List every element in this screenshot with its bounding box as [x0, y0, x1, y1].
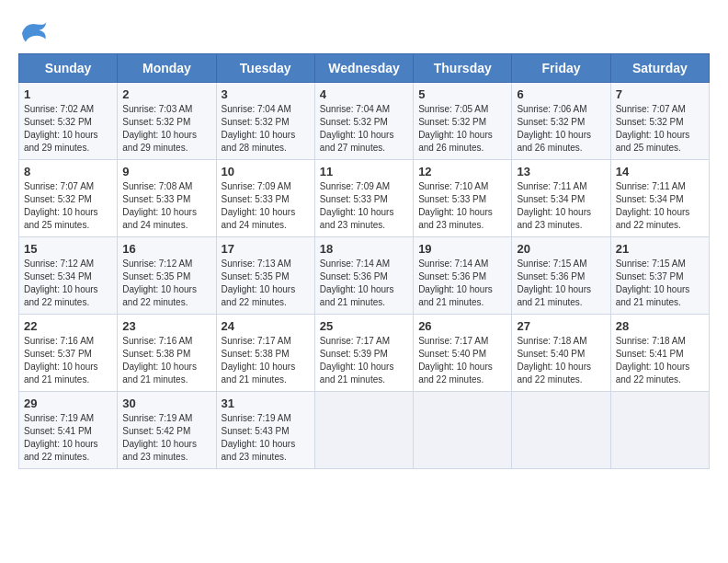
day-info: Sunrise: 7:04 AM Sunset: 5:32 PM Dayligh… — [222, 103, 310, 155]
day-number: 10 — [222, 165, 310, 178]
calendar-day-cell: 30Sunrise: 7:19 AM Sunset: 5:42 PM Dayli… — [118, 392, 216, 469]
day-info: Sunrise: 7:17 AM Sunset: 5:40 PM Dayligh… — [418, 335, 506, 386]
day-info: Sunrise: 7:07 AM Sunset: 5:32 PM Dayligh… — [616, 103, 704, 155]
day-info: Sunrise: 7:12 AM Sunset: 5:35 PM Dayligh… — [122, 258, 210, 309]
calendar-day-header: Monday — [118, 54, 216, 83]
calendar-week-row: 22Sunrise: 7:16 AM Sunset: 5:37 PM Dayli… — [19, 315, 710, 392]
calendar-day-cell: 22Sunrise: 7:16 AM Sunset: 5:37 PM Dayli… — [19, 315, 118, 392]
day-number: 2 — [122, 87, 210, 101]
day-info: Sunrise: 7:07 AM Sunset: 5:32 PM Dayligh… — [24, 180, 112, 232]
day-number: 15 — [24, 242, 112, 256]
calendar-day-cell: 14Sunrise: 7:11 AM Sunset: 5:34 PM Dayli… — [610, 160, 709, 237]
calendar-day-cell: 29Sunrise: 7:19 AM Sunset: 5:41 PM Dayli… — [19, 392, 118, 469]
day-number: 5 — [418, 87, 506, 101]
day-number: 19 — [418, 242, 506, 256]
day-number: 17 — [222, 242, 310, 256]
day-number: 20 — [517, 242, 605, 256]
day-info: Sunrise: 7:16 AM Sunset: 5:38 PM Dayligh… — [122, 335, 210, 386]
day-info: Sunrise: 7:04 AM Sunset: 5:32 PM Dayligh… — [320, 103, 408, 155]
day-info: Sunrise: 7:06 AM Sunset: 5:32 PM Dayligh… — [517, 103, 605, 155]
calendar-day-cell — [512, 392, 610, 469]
calendar-day-cell: 1Sunrise: 7:02 AM Sunset: 5:32 PM Daylig… — [19, 83, 118, 160]
day-number: 8 — [24, 165, 112, 178]
calendar-week-row: 8Sunrise: 7:07 AM Sunset: 5:32 PM Daylig… — [19, 160, 710, 237]
day-info: Sunrise: 7:08 AM Sunset: 5:33 PM Dayligh… — [122, 180, 210, 232]
day-info: Sunrise: 7:05 AM Sunset: 5:32 PM Dayligh… — [418, 103, 506, 155]
calendar-day-cell — [314, 392, 413, 469]
calendar-day-cell: 17Sunrise: 7:13 AM Sunset: 5:35 PM Dayli… — [216, 237, 314, 315]
day-number: 25 — [320, 319, 408, 333]
calendar-day-header: Friday — [512, 54, 610, 83]
day-number: 4 — [320, 87, 408, 101]
calendar-day-cell: 8Sunrise: 7:07 AM Sunset: 5:32 PM Daylig… — [19, 160, 118, 237]
day-info: Sunrise: 7:11 AM Sunset: 5:34 PM Dayligh… — [616, 180, 704, 232]
day-info: Sunrise: 7:19 AM Sunset: 5:42 PM Dayligh… — [122, 412, 210, 464]
day-info: Sunrise: 7:09 AM Sunset: 5:33 PM Dayligh… — [320, 180, 408, 232]
day-info: Sunrise: 7:18 AM Sunset: 5:41 PM Dayligh… — [616, 335, 704, 386]
day-info: Sunrise: 7:13 AM Sunset: 5:35 PM Dayligh… — [222, 258, 310, 309]
day-number: 6 — [517, 87, 605, 101]
calendar-day-cell: 11Sunrise: 7:09 AM Sunset: 5:33 PM Dayli… — [314, 160, 413, 237]
calendar-week-row: 1Sunrise: 7:02 AM Sunset: 5:32 PM Daylig… — [19, 83, 710, 160]
day-number: 3 — [222, 87, 310, 101]
calendar-day-cell: 15Sunrise: 7:12 AM Sunset: 5:34 PM Dayli… — [19, 237, 118, 315]
day-info: Sunrise: 7:02 AM Sunset: 5:32 PM Dayligh… — [24, 103, 112, 155]
logo-bird-icon — [18, 18, 48, 44]
calendar-day-cell: 12Sunrise: 7:10 AM Sunset: 5:33 PM Dayli… — [414, 160, 512, 237]
calendar-day-cell: 24Sunrise: 7:17 AM Sunset: 5:38 PM Dayli… — [216, 315, 314, 392]
calendar-day-cell — [414, 392, 512, 469]
calendar-day-cell: 13Sunrise: 7:11 AM Sunset: 5:34 PM Dayli… — [512, 160, 610, 237]
calendar-day-cell: 20Sunrise: 7:15 AM Sunset: 5:36 PM Dayli… — [512, 237, 610, 315]
calendar-day-cell: 19Sunrise: 7:14 AM Sunset: 5:36 PM Dayli… — [414, 237, 512, 315]
calendar-day-cell: 7Sunrise: 7:07 AM Sunset: 5:32 PM Daylig… — [610, 83, 709, 160]
calendar-week-row: 15Sunrise: 7:12 AM Sunset: 5:34 PM Dayli… — [19, 237, 710, 315]
day-number: 16 — [122, 242, 210, 256]
day-number: 1 — [24, 87, 112, 101]
day-info: Sunrise: 7:15 AM Sunset: 5:37 PM Dayligh… — [616, 258, 704, 309]
day-number: 24 — [222, 319, 310, 333]
day-info: Sunrise: 7:16 AM Sunset: 5:37 PM Dayligh… — [24, 335, 112, 386]
calendar-day-cell: 18Sunrise: 7:14 AM Sunset: 5:36 PM Dayli… — [314, 237, 413, 315]
day-number: 29 — [24, 396, 112, 410]
day-number: 23 — [122, 319, 210, 333]
day-info: Sunrise: 7:12 AM Sunset: 5:34 PM Dayligh… — [24, 258, 112, 309]
day-number: 7 — [616, 87, 704, 101]
day-number: 14 — [616, 165, 704, 178]
day-info: Sunrise: 7:10 AM Sunset: 5:33 PM Dayligh… — [418, 180, 506, 232]
calendar-day-header: Tuesday — [216, 54, 314, 83]
day-number: 18 — [320, 242, 408, 256]
calendar-day-cell: 5Sunrise: 7:05 AM Sunset: 5:32 PM Daylig… — [414, 83, 512, 160]
calendar-week-row: 29Sunrise: 7:19 AM Sunset: 5:41 PM Dayli… — [19, 392, 710, 469]
day-info: Sunrise: 7:15 AM Sunset: 5:36 PM Dayligh… — [517, 258, 605, 309]
day-info: Sunrise: 7:09 AM Sunset: 5:33 PM Dayligh… — [222, 180, 310, 232]
day-info: Sunrise: 7:17 AM Sunset: 5:39 PM Dayligh… — [320, 335, 408, 386]
calendar-day-cell: 27Sunrise: 7:18 AM Sunset: 5:40 PM Dayli… — [512, 315, 610, 392]
calendar-day-cell: 4Sunrise: 7:04 AM Sunset: 5:32 PM Daylig… — [314, 83, 413, 160]
day-number: 26 — [418, 319, 506, 333]
calendar-day-cell: 3Sunrise: 7:04 AM Sunset: 5:32 PM Daylig… — [216, 83, 314, 160]
day-number: 11 — [320, 165, 408, 178]
calendar-day-cell: 9Sunrise: 7:08 AM Sunset: 5:33 PM Daylig… — [118, 160, 216, 237]
calendar-day-cell: 21Sunrise: 7:15 AM Sunset: 5:37 PM Dayli… — [610, 237, 709, 315]
calendar-day-cell — [610, 392, 709, 469]
calendar-day-cell: 25Sunrise: 7:17 AM Sunset: 5:39 PM Dayli… — [314, 315, 413, 392]
calendar-day-cell: 6Sunrise: 7:06 AM Sunset: 5:32 PM Daylig… — [512, 83, 610, 160]
day-info: Sunrise: 7:03 AM Sunset: 5:32 PM Dayligh… — [122, 103, 210, 155]
calendar-table: SundayMondayTuesdayWednesdayThursdayFrid… — [18, 53, 710, 469]
calendar-header-row: SundayMondayTuesdayWednesdayThursdayFrid… — [19, 54, 710, 83]
day-info: Sunrise: 7:11 AM Sunset: 5:34 PM Dayligh… — [517, 180, 605, 232]
calendar-day-header: Thursday — [414, 54, 512, 83]
calendar-day-cell: 16Sunrise: 7:12 AM Sunset: 5:35 PM Dayli… — [118, 237, 216, 315]
day-info: Sunrise: 7:18 AM Sunset: 5:40 PM Dayligh… — [517, 335, 605, 386]
day-number: 9 — [122, 165, 210, 178]
day-info: Sunrise: 7:14 AM Sunset: 5:36 PM Dayligh… — [418, 258, 506, 309]
day-info: Sunrise: 7:14 AM Sunset: 5:36 PM Dayligh… — [320, 258, 408, 309]
logo — [18, 18, 51, 44]
calendar-day-cell: 2Sunrise: 7:03 AM Sunset: 5:32 PM Daylig… — [118, 83, 216, 160]
calendar-day-cell: 28Sunrise: 7:18 AM Sunset: 5:41 PM Dayli… — [610, 315, 709, 392]
calendar-day-cell: 26Sunrise: 7:17 AM Sunset: 5:40 PM Dayli… — [414, 315, 512, 392]
day-number: 30 — [122, 396, 210, 410]
day-number: 27 — [517, 319, 605, 333]
calendar-day-cell: 31Sunrise: 7:19 AM Sunset: 5:43 PM Dayli… — [216, 392, 314, 469]
day-number: 13 — [517, 165, 605, 178]
